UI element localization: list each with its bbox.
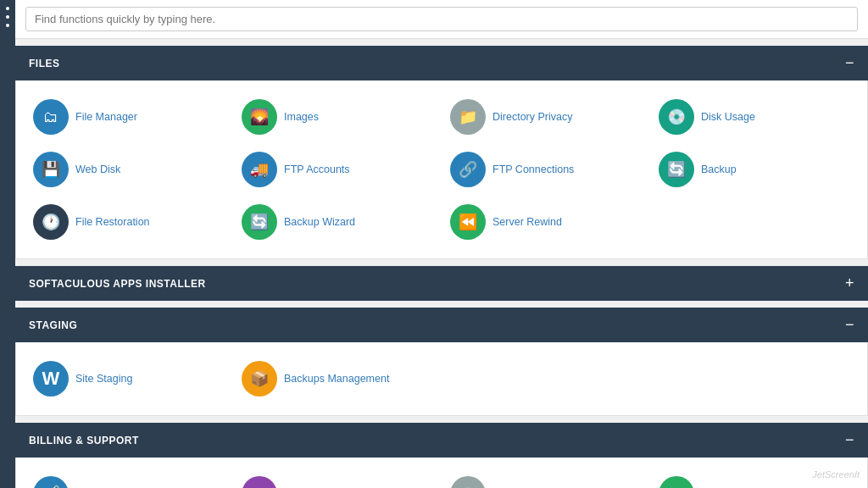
files-label: FILES <box>29 58 60 69</box>
ftp-accounts-icon: 🚚 <box>242 152 277 187</box>
files-grid: 🗂 File Manager 🌄 Images 📁 Directory Priv… <box>26 94 857 245</box>
softaculous-toggle: + <box>845 274 854 292</box>
softaculous-label: SOFTACULOUS APPS INSTALLER <box>29 278 206 290</box>
sidebar-dot <box>6 24 9 27</box>
list-item[interactable]: 🔗 FTP Connections <box>443 147 648 192</box>
backup-wizard-label: Backup Wizard <box>284 215 355 229</box>
staging-label: STAGING <box>29 319 77 331</box>
list-item-empty <box>652 199 857 245</box>
site-staging-label: Site Staging <box>75 372 132 385</box>
staging-grid: W Site Staging 📦 Backups Management <box>26 356 857 402</box>
list-item[interactable]: 🌄 Images <box>235 94 440 140</box>
list-item-empty <box>652 356 857 402</box>
billing-grid: 📢 News & Announcements 💳 Manage Billing … <box>26 471 857 488</box>
files-body: 🗂 File Manager 🌄 Images 📁 Directory Priv… <box>15 80 868 259</box>
files-header[interactable]: FILES − <box>15 46 868 80</box>
staging-toggle: − <box>845 316 854 334</box>
list-item[interactable]: ⏪ Server Rewind <box>443 199 648 245</box>
backups-management-icon: 📦 <box>242 361 277 396</box>
billing-label: BILLING & SUPPORT <box>29 435 139 446</box>
server-rewind-icon: ⏪ <box>450 204 486 240</box>
section-softaculous: SOFTACULOUS APPS INSTALLER + <box>15 266 868 301</box>
disk-usage-icon: 💿 <box>659 99 694 135</box>
watermark: JetScreenIt <box>812 469 860 480</box>
images-icon: 🌄 <box>242 99 277 135</box>
staging-body: W Site Staging 📦 Backups Management <box>15 342 868 416</box>
list-item-empty <box>443 356 648 402</box>
sidebar-left <box>0 0 15 488</box>
backup-icon: 🔄 <box>659 152 694 187</box>
list-item[interactable]: 💳 Manage Billing Information <box>235 471 440 488</box>
file-restoration-icon: 🕐 <box>33 204 69 240</box>
list-item[interactable]: 📢 News & Announcements <box>26 471 231 488</box>
billing-header[interactable]: BILLING & SUPPORT − <box>15 423 868 458</box>
ftp-connections-label: FTP Connections <box>492 163 574 176</box>
download-resources-icon: ⬇ <box>450 476 486 488</box>
view-email-history-icon: 📧 <box>659 476 694 488</box>
site-staging-icon: W <box>33 361 69 396</box>
disk-usage-label: Disk Usage <box>701 110 755 124</box>
images-label: Images <box>284 110 319 124</box>
list-item[interactable]: 📁 Directory Privacy <box>443 94 648 140</box>
section-staging: STAGING − W Site Staging 📦 Backups Manag… <box>15 308 868 416</box>
web-disk-label: Web Disk <box>75 163 120 176</box>
file-restoration-label: File Restoration <box>75 215 150 229</box>
list-item[interactable]: 🔄 Backup Wizard <box>235 199 440 245</box>
directory-privacy-label: Directory Privacy <box>492 110 572 124</box>
billing-toggle: − <box>845 431 854 449</box>
search-input[interactable] <box>25 7 858 31</box>
billing-body: 📢 News & Announcements 💳 Manage Billing … <box>15 458 868 488</box>
list-item[interactable]: 📦 Backups Management <box>235 356 440 402</box>
list-item[interactable]: 💿 Disk Usage <box>652 94 857 140</box>
news-announcements-icon: 📢 <box>33 476 69 488</box>
main-content: Home FILES − 🗂 File Manager 🌄 Images 📁 D… <box>15 0 868 488</box>
ftp-connections-icon: 🔗 <box>450 152 486 187</box>
files-toggle: − <box>845 54 854 72</box>
sidebar-dot <box>6 7 9 10</box>
list-item[interactable]: 🚚 FTP Accounts <box>235 147 440 192</box>
ftp-accounts-label: FTP Accounts <box>284 163 350 176</box>
list-item[interactable]: 🔄 Backup <box>652 147 857 192</box>
backup-label: Backup <box>701 163 737 176</box>
section-files: FILES − 🗂 File Manager 🌄 Images 📁 Direct… <box>15 46 868 259</box>
backups-management-label: Backups Management <box>284 372 389 385</box>
staging-header[interactable]: STAGING − <box>15 308 868 342</box>
backup-wizard-icon: 🔄 <box>242 204 277 240</box>
file-manager-label: File Manager <box>75 110 137 124</box>
softaculous-header[interactable]: SOFTACULOUS APPS INSTALLER + <box>15 266 868 301</box>
section-billing: BILLING & SUPPORT − 📢 News & Announcemen… <box>15 423 868 488</box>
list-item[interactable]: 🗂 File Manager <box>26 94 231 140</box>
list-item[interactable]: ⬇ Download Resources <box>443 471 648 488</box>
sidebar-dot <box>6 15 9 19</box>
manage-billing-icon: 💳 <box>242 476 277 488</box>
list-item[interactable]: W Site Staging <box>26 356 231 402</box>
directory-privacy-icon: 📁 <box>450 99 486 135</box>
server-rewind-label: Server Rewind <box>492 215 562 229</box>
list-item[interactable]: 💾 Web Disk <box>26 147 231 192</box>
file-manager-icon: 🗂 <box>33 99 69 135</box>
list-item[interactable]: 🕐 File Restoration <box>26 199 231 245</box>
web-disk-icon: 💾 <box>33 152 69 187</box>
top-bar: Home <box>15 0 868 39</box>
